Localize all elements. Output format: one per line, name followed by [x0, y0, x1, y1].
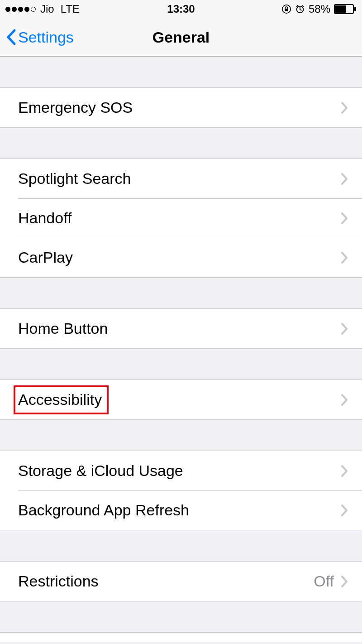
back-button[interactable]: Settings — [5, 29, 74, 46]
status-left: Jio LTE — [5, 3, 80, 15]
chevron-left-icon — [5, 29, 16, 46]
row-label: Home Button — [18, 320, 340, 337]
row-label: Emergency SOS — [18, 99, 340, 116]
status-right: 58% — [281, 3, 357, 15]
group-spacer — [0, 530, 362, 561]
chevron-right-icon — [340, 251, 348, 264]
settings-group: Home Button — [0, 308, 362, 349]
group-spacer — [0, 601, 362, 632]
settings-group: Emergency SOS — [0, 87, 362, 128]
group-spacer — [0, 420, 362, 451]
row-value: Off — [314, 572, 334, 590]
svg-rect-1 — [285, 9, 288, 11]
chevron-right-icon — [340, 504, 348, 517]
row-label: Storage & iCloud Usage — [18, 462, 340, 480]
row-date-time[interactable] — [0, 632, 362, 642]
page-title: General — [152, 29, 210, 46]
navigation-bar: Settings General — [0, 18, 362, 57]
row-label: Handoff — [18, 209, 340, 227]
back-label: Settings — [18, 29, 74, 46]
row-label: Spotlight Search — [18, 170, 340, 187]
row-handoff[interactable]: Handoff — [0, 198, 362, 238]
settings-group: Restrictions Off — [0, 561, 362, 601]
chevron-right-icon — [340, 211, 348, 225]
chevron-right-icon — [340, 101, 348, 115]
settings-group: Storage & iCloud Usage Background App Re… — [0, 451, 362, 530]
row-home-button[interactable]: Home Button — [0, 309, 362, 348]
svg-rect-4 — [335, 5, 346, 13]
svg-rect-5 — [354, 7, 356, 11]
clock-label: 13:30 — [167, 3, 195, 15]
signal-strength-icon — [5, 7, 36, 12]
status-bar: Jio LTE 13:30 58% — [0, 0, 362, 18]
orientation-lock-icon — [281, 4, 291, 14]
row-storage-icloud-usage[interactable]: Storage & iCloud Usage — [0, 451, 362, 490]
row-spotlight-search[interactable]: Spotlight Search — [0, 159, 362, 198]
row-label: CarPlay — [18, 249, 340, 266]
row-label: Restrictions — [18, 572, 314, 590]
row-carplay[interactable]: CarPlay — [0, 238, 362, 277]
chevron-right-icon — [340, 393, 348, 407]
carrier-label: Jio — [40, 3, 54, 15]
group-spacer — [0, 57, 362, 87]
alarm-icon — [295, 4, 305, 14]
chevron-right-icon — [340, 575, 348, 588]
content-scroll[interactable]: Emergency SOS Spotlight Search Handoff C… — [0, 57, 362, 642]
chevron-right-icon — [340, 464, 348, 478]
settings-group: Spotlight Search Handoff CarPlay — [0, 159, 362, 278]
row-label: Accessibility — [18, 391, 340, 409]
chevron-right-icon — [340, 172, 348, 186]
row-restrictions[interactable]: Restrictions Off — [0, 562, 362, 601]
battery-percent-label: 58% — [309, 3, 330, 15]
network-label: LTE — [61, 3, 80, 15]
settings-group: Accessibility — [0, 380, 362, 420]
group-spacer — [0, 278, 362, 308]
row-emergency-sos[interactable]: Emergency SOS — [0, 88, 362, 127]
row-background-app-refresh[interactable]: Background App Refresh — [0, 490, 362, 530]
chevron-right-icon — [340, 322, 348, 336]
group-spacer — [0, 349, 362, 380]
row-accessibility[interactable]: Accessibility — [0, 380, 362, 419]
group-spacer — [0, 128, 362, 159]
battery-icon — [334, 4, 357, 14]
row-label: Background App Refresh — [18, 501, 340, 519]
